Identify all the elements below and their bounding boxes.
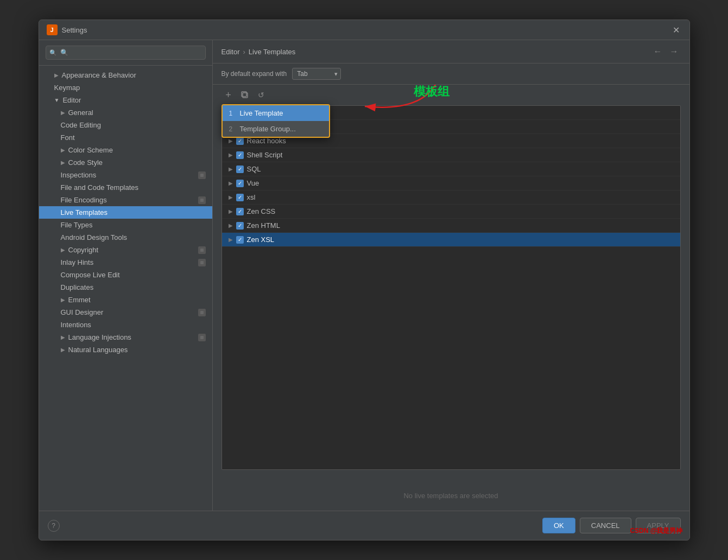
sidebar-item-label: File and Code Templates	[61, 183, 139, 192]
tree-item-sql[interactable]: ▶ ✓ SQL	[222, 162, 680, 176]
dialog-footer: ? OK CANCEL APPLY	[39, 511, 689, 540]
tree-item-zen-css[interactable]: ▶ ✓ Zen CSS	[222, 205, 680, 219]
sidebar-item-font[interactable]: Font	[39, 131, 212, 144]
checkbox-sql[interactable]: ✓	[236, 166, 244, 173]
back-button[interactable]: ←	[651, 46, 664, 58]
template-tree-list: ▶ — Kotlin (.yaml) ▶ ✓ React ▶ ✓	[221, 105, 681, 470]
tree-item-xsl[interactable]: ▶ ✓ xsl	[222, 190, 680, 205]
search-wrap: 🔍	[46, 46, 206, 60]
sidebar-item-label: Natural Languages	[68, 346, 128, 354]
settings-dialog: J Settings ✕ 🔍 ▶ Appearance & Behavior K…	[39, 20, 690, 540]
svg-rect-4	[200, 311, 204, 314]
chevron-right-icon: ▶	[229, 208, 233, 214]
sidebar-item-duplicates[interactable]: Duplicates	[39, 281, 212, 294]
sidebar-item-label: Editor	[62, 96, 81, 104]
sidebar-item-keymap[interactable]: Keymap	[39, 81, 212, 94]
dropdown-live-template[interactable]: 1 Live Template	[223, 105, 329, 121]
copy-button[interactable]	[238, 88, 252, 102]
sidebar-item-gui-designer[interactable]: GUI Designer	[39, 306, 212, 319]
sidebar-item-editor[interactable]: ▼ Editor	[39, 94, 212, 106]
add-dropdown: 1 Live Template 2 Template Group...	[221, 104, 330, 138]
sidebar-item-android-design-tools[interactable]: Android Design Tools	[39, 231, 212, 244]
dropdown-template-group[interactable]: 2 Template Group...	[223, 121, 329, 137]
main-content: Editor › Live Templates ← → By default e…	[213, 40, 689, 511]
sidebar-item-label: Duplicates	[61, 283, 94, 291]
chevron-right-icon: ▶	[229, 222, 233, 228]
sidebar-item-language-injections[interactable]: ▶ Language Injections	[39, 331, 212, 343]
sidebar-item-inlay-hints[interactable]: Inlay Hints	[39, 256, 212, 269]
sidebar-item-file-code-templates[interactable]: File and Code Templates	[39, 181, 212, 194]
cancel-button[interactable]: CANCEL	[580, 518, 631, 533]
sidebar-item-label: Inlay Hints	[61, 258, 94, 266]
search-input[interactable]	[46, 46, 206, 60]
chevron-right-icon: ▶	[61, 247, 65, 253]
sidebar-item-natural-languages[interactable]: ▶ Natural Languages	[39, 343, 212, 356]
sidebar-item-intentions[interactable]: Intentions	[39, 319, 212, 331]
checkbox-zen-xsl[interactable]: ✓	[236, 236, 244, 244]
breadcrumb-bar: Editor › Live Templates ← →	[213, 40, 689, 63]
sidebar-item-label: Color Scheme	[68, 146, 113, 154]
sidebar-item-copyright[interactable]: ▶ Copyright	[39, 244, 212, 256]
chevron-right-icon: ▶	[61, 297, 65, 303]
sidebar-item-general[interactable]: ▶ General	[39, 106, 212, 119]
tree-item-label: xsl	[247, 193, 256, 201]
breadcrumb-parent: Editor	[221, 48, 240, 56]
checkbox-react-hooks[interactable]: ✓	[236, 137, 244, 145]
chevron-right-icon: ▶	[61, 160, 65, 166]
sidebar-item-compose-live-edit[interactable]: Compose Live Edit	[39, 269, 212, 281]
sidebar-item-label: General	[68, 109, 93, 117]
gui-designer-badge	[198, 309, 206, 316]
checkbox-zen-css[interactable]: ✓	[236, 208, 244, 215]
ok-button[interactable]: OK	[542, 518, 575, 533]
chevron-right-icon: ▶	[229, 152, 233, 158]
toolbar-actions: + ↺ 1 Live Template	[213, 85, 689, 105]
sidebar-item-code-editing[interactable]: Code Editing	[39, 119, 212, 131]
tree-item-label: Zen HTML	[247, 221, 280, 230]
chevron-right-icon: ▶	[229, 166, 233, 172]
close-button[interactable]: ✕	[671, 24, 682, 35]
undo-button[interactable]: ↺	[254, 88, 268, 102]
file-encodings-badge	[198, 196, 206, 204]
dialog-title: Settings	[62, 26, 87, 34]
chevron-right-icon: ▶	[229, 194, 233, 200]
sidebar-item-label: Android Design Tools	[61, 233, 128, 241]
chevron-down-icon: ▼	[54, 97, 60, 103]
chevron-right-icon: ▶	[229, 180, 233, 186]
dialog-body: 🔍 ▶ Appearance & Behavior Keymap ▼ Edito…	[39, 40, 689, 511]
sidebar-item-color-scheme[interactable]: ▶ Color Scheme	[39, 144, 212, 156]
svg-rect-0	[200, 174, 204, 177]
inlay-hints-badge	[198, 259, 206, 266]
sidebar-item-label: Emmet	[68, 296, 91, 304]
help-button[interactable]: ?	[48, 520, 60, 532]
tree-item-shell-script[interactable]: ▶ ✓ Shell Script	[222, 148, 680, 162]
tree-item-zen-xsl[interactable]: ▶ ✓ Zen XSL	[222, 233, 680, 247]
sidebar-item-label: GUI Designer	[61, 308, 104, 316]
add-button[interactable]: +	[221, 88, 236, 102]
language-injections-badge	[198, 334, 206, 341]
expand-select[interactable]: Tab Enter Space	[292, 68, 341, 80]
checkbox-xsl[interactable]: ✓	[236, 194, 244, 201]
checkbox-zen-html[interactable]: ✓	[236, 222, 244, 230]
sidebar-item-live-templates[interactable]: Live Templates	[39, 206, 212, 219]
dropdown-item-label: Template Group...	[240, 125, 296, 133]
checkbox-vue[interactable]: ✓	[236, 180, 244, 187]
sidebar-item-appearance[interactable]: ▶ Appearance & Behavior	[39, 69, 212, 81]
sidebar-item-file-types[interactable]: File Types	[39, 219, 212, 231]
tree-item-label: Vue	[247, 179, 259, 187]
chevron-right-icon: ▶	[61, 110, 65, 116]
sidebar-item-inspections[interactable]: Inspections	[39, 169, 212, 181]
sidebar-item-label: Code Style	[68, 158, 103, 167]
title-bar: J Settings ✕	[39, 20, 689, 40]
forward-button[interactable]: →	[668, 46, 681, 58]
sidebar-item-label: Code Editing	[61, 121, 101, 129]
tree-item-zen-html[interactable]: ▶ ✓ Zen HTML	[222, 219, 680, 233]
svg-rect-5	[200, 336, 204, 339]
sidebar-item-file-encodings[interactable]: File Encodings	[39, 194, 212, 206]
tree-item-label: Shell Script	[247, 151, 283, 159]
checkbox-shell-script[interactable]: ✓	[236, 151, 244, 159]
chevron-right-icon: ▶	[229, 138, 233, 144]
tree-item-vue[interactable]: ▶ ✓ Vue	[222, 176, 680, 190]
sidebar-item-code-style[interactable]: ▶ Code Style	[39, 156, 212, 169]
sidebar-item-emmet[interactable]: ▶ Emmet	[39, 294, 212, 306]
breadcrumb-nav: ← →	[651, 46, 681, 58]
